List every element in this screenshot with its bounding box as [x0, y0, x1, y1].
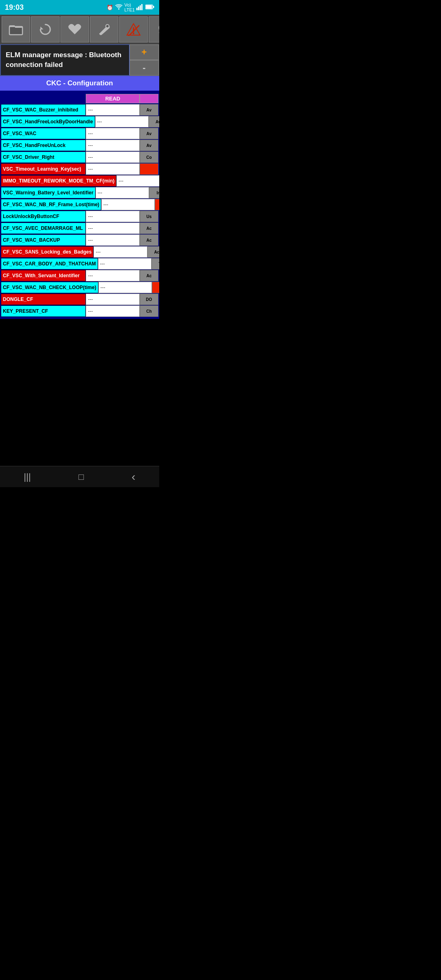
- cell-name-9: LockUnlockByButtonCF: [1, 211, 86, 222]
- nav-bar: ||| □ ‹: [0, 466, 159, 487]
- cell-write-8[interactable]: [155, 199, 159, 210]
- cell-write-13[interactable]: Tu: [151, 258, 159, 270]
- table-row: CF_VSC_SANS_Locking_des_Badges --- Ac: [1, 246, 158, 258]
- cell-read-0: ---: [86, 104, 139, 116]
- cell-read-15: ---: [98, 282, 152, 293]
- svg-rect-6: [146, 5, 152, 9]
- cell-write-14[interactable]: Ac: [140, 270, 158, 281]
- lte-icon: Vo)LTE1: [125, 2, 135, 12]
- table-row: CF_VSC_WAC_NB_CHECK_LOOP(time) ---: [1, 282, 158, 293]
- cell-name-6: IMMO_TIMEOUT_REWORK_MODE_TM_CF(min): [1, 175, 116, 187]
- table-rows: CF_VSC_WAC_Buzzer_inhibited --- Av CF_VS…: [0, 104, 159, 317]
- col-read-header: READ: [86, 94, 139, 103]
- column-headers: READ: [1, 94, 158, 103]
- cell-read-3: ---: [86, 140, 139, 151]
- toolbar: [0, 15, 159, 44]
- cell-read-7: ---: [96, 187, 149, 198]
- status-icons: ⏰ Vo)LTE1: [107, 2, 154, 12]
- wifi-icon: [115, 4, 123, 11]
- col-write-header: [140, 94, 158, 103]
- cell-name-3: CF_VSC_HandFreeUnLock: [1, 140, 86, 151]
- cell-name-2: CF_VSC_WAC: [1, 128, 86, 139]
- alert-button[interactable]: [119, 16, 148, 42]
- cell-read-9: ---: [86, 211, 139, 222]
- cell-name-12: CF_VSC_SANS_Locking_des_Badges: [1, 246, 94, 258]
- svg-point-0: [118, 8, 119, 9]
- message-buttons: + -: [129, 45, 159, 76]
- cell-name-8: CF_VSC_WAC_NB_RF_Frame_Lost(time): [1, 199, 101, 210]
- cell-name-5: VSC_Timeout_Learning_Key(sec): [1, 163, 86, 175]
- svg-rect-7: [153, 6, 154, 8]
- cell-read-12: ---: [94, 246, 147, 258]
- table-row: CF_VSC_With_Servant_Identifier --- Ac: [1, 270, 158, 281]
- cell-write-5[interactable]: [140, 163, 158, 175]
- cell-name-7: VSC_Warning_Battery_Level_Identifier: [1, 187, 96, 198]
- table-row: VSC_Timeout_Learning_Key(sec) ---: [1, 163, 158, 175]
- table-row: CF_VSC_HandFreeUnLock --- Av: [1, 140, 158, 151]
- sync-button[interactable]: [149, 16, 159, 42]
- cell-write-12[interactable]: Ac: [147, 246, 159, 258]
- alarm-icon: ⏰: [107, 4, 113, 11]
- table-row: CF_VSC_WAC --- Av: [1, 128, 158, 139]
- table-row: CF_VSC_WAC_Buzzer_inhibited --- Av: [1, 104, 158, 116]
- table-row: CF_VSC_HandFreeLockByDoorHandle --- Av: [1, 116, 158, 127]
- cell-name-1: CF_VSC_HandFreeLockByDoorHandle: [1, 116, 95, 127]
- cell-read-5: ---: [86, 163, 139, 175]
- cell-write-9[interactable]: Us: [140, 211, 158, 222]
- heart-button[interactable]: [60, 16, 89, 42]
- cell-write-17[interactable]: Ch: [140, 305, 158, 317]
- table-row: KEY_PRESENT_CF --- Ch: [1, 305, 158, 317]
- menu-nav-button[interactable]: |||: [16, 468, 39, 486]
- table-row: CF_VSC_AVEC_DEMARRAGE_ML --- Ac: [1, 223, 158, 234]
- cell-read-11: ---: [86, 234, 139, 246]
- cell-name-0: CF_VSC_WAC_Buzzer_inhibited: [1, 104, 86, 116]
- cell-write-3[interactable]: Av: [140, 140, 158, 151]
- cell-write-2[interactable]: Av: [140, 128, 158, 139]
- message-text: ELM manager message : Bluetooth connecti…: [0, 45, 129, 76]
- plus-button[interactable]: +: [129, 45, 159, 60]
- cell-write-11[interactable]: Ac: [140, 234, 158, 246]
- svg-rect-1: [136, 8, 138, 10]
- cell-write-0[interactable]: Av: [140, 104, 158, 116]
- cell-write-1[interactable]: Av: [149, 116, 159, 127]
- cell-write-10[interactable]: Ac: [140, 223, 158, 234]
- cell-write-16[interactable]: DO: [140, 294, 158, 305]
- svg-rect-4: [141, 4, 143, 10]
- cell-read-16: ---: [86, 294, 139, 305]
- table-row: CF_VSC_WAC_BACKUP --- Ac: [1, 234, 158, 246]
- cell-read-8: ---: [101, 199, 155, 210]
- status-time: 19:03: [5, 3, 24, 12]
- cell-name-16: DONGLE_CF: [1, 294, 86, 305]
- svg-rect-3: [140, 5, 141, 10]
- refresh-button[interactable]: [31, 16, 60, 42]
- cell-name-10: CF_VSC_AVEC_DEMARRAGE_ML: [1, 223, 86, 234]
- table-row: IMMO_TIMEOUT_REWORK_MODE_TM_CF(min) ---: [1, 175, 158, 187]
- cell-read-6: ---: [116, 175, 159, 187]
- svg-marker-9: [40, 27, 43, 29]
- minus-button[interactable]: -: [129, 60, 159, 76]
- cell-name-13: CF_VSC_CAR_BODY_AND_THATCHAM: [1, 258, 98, 270]
- cell-read-14: ---: [86, 270, 139, 281]
- cell-read-13: ---: [98, 258, 151, 270]
- back-nav-button[interactable]: ‹: [123, 467, 143, 487]
- svg-point-13: [133, 33, 134, 34]
- table-row: DONGLE_CF --- DO: [1, 294, 158, 305]
- table-container: READ CF_VSC_WAC_Buzzer_inhibited --- Av …: [0, 91, 159, 319]
- table-row: CF_VSC_CAR_BODY_AND_THATCHAM --- Tu: [1, 258, 158, 270]
- home-nav-button[interactable]: □: [70, 468, 92, 486]
- table-row: CF_VSC_WAC_NB_RF_Frame_Lost(time) ---: [1, 199, 158, 210]
- bottom-area: [0, 319, 159, 466]
- cell-name-15: CF_VSC_WAC_NB_CHECK_LOOP(time): [1, 282, 98, 293]
- cell-name-11: CF_VSC_WAC_BACKUP: [1, 234, 86, 246]
- cell-write-7[interactable]: In: [149, 187, 159, 198]
- cell-read-1: ---: [95, 116, 149, 127]
- svg-rect-2: [138, 7, 139, 10]
- signal-icon: [136, 4, 144, 11]
- cell-write-4[interactable]: Co: [140, 151, 158, 163]
- cell-write-15[interactable]: [152, 282, 159, 293]
- config-header: CKC - Configuration: [0, 76, 159, 91]
- folder-button[interactable]: [2, 16, 30, 42]
- wrench-button[interactable]: [90, 16, 118, 42]
- cell-read-17: ---: [86, 305, 139, 317]
- cell-read-2: ---: [86, 128, 139, 139]
